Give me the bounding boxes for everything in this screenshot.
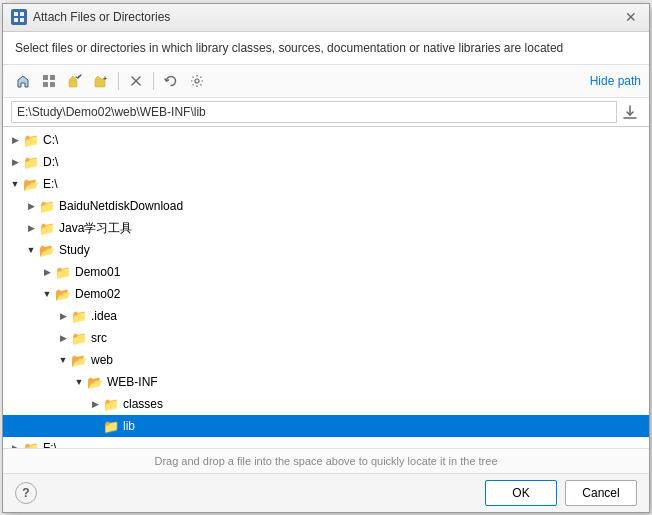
expand-webinf[interactable]: ▼ xyxy=(71,374,87,390)
home-button[interactable] xyxy=(11,69,35,93)
path-download-button[interactable] xyxy=(619,101,641,123)
path-input[interactable] xyxy=(11,101,617,123)
svg-rect-0 xyxy=(14,12,18,16)
svg-rect-5 xyxy=(50,75,55,80)
dialog: Attach Files or Directories ✕ Select fil… xyxy=(2,3,650,513)
tree-node-f[interactable]: ▶ 📁 F:\ xyxy=(3,437,649,447)
tree-node-classes[interactable]: ▶ 📁 classes xyxy=(3,393,649,415)
svg-rect-4 xyxy=(43,75,48,80)
tree-node-java[interactable]: ▶ 📁 Java学习工具 xyxy=(3,217,649,239)
tree-node-baidu[interactable]: ▶ 📁 BaiduNetdiskDownload xyxy=(3,195,649,217)
tree-node-demo01[interactable]: ▶ 📁 Demo01 xyxy=(3,261,649,283)
separator-1 xyxy=(118,72,119,90)
tree-node-e[interactable]: ▼ 📂 E:\ xyxy=(3,173,649,195)
svg-rect-6 xyxy=(43,82,48,87)
tree-node-webinf[interactable]: ▼ 📂 WEB-INF xyxy=(3,371,649,393)
svg-point-13 xyxy=(195,79,199,83)
expand-f[interactable]: ▶ xyxy=(7,440,23,447)
svg-rect-3 xyxy=(20,18,24,22)
dialog-title: Attach Files or Directories xyxy=(33,10,621,24)
bottom-buttons: OK Cancel xyxy=(485,480,637,506)
expand-d[interactable]: ▶ xyxy=(7,154,23,170)
separator-2 xyxy=(153,72,154,90)
expand-demo01[interactable]: ▶ xyxy=(39,264,55,280)
expand-java[interactable]: ▶ xyxy=(23,220,39,236)
expand-classes[interactable]: ▶ xyxy=(87,396,103,412)
tree-node-d[interactable]: ▶ 📁 D:\ xyxy=(3,151,649,173)
svg-rect-1 xyxy=(20,12,24,16)
app-icon xyxy=(11,9,27,25)
hide-path-link[interactable]: Hide path xyxy=(590,74,641,88)
expand-e[interactable]: ▼ xyxy=(7,176,23,192)
tree-node-web[interactable]: ▼ 📂 web xyxy=(3,349,649,371)
tree-node-study[interactable]: ▼ 📂 Study xyxy=(3,239,649,261)
refresh-button[interactable] xyxy=(159,69,183,93)
cancel-button[interactable]: Cancel xyxy=(565,480,637,506)
delete-button[interactable] xyxy=(124,69,148,93)
drag-drop-hint: Drag and drop a file into the space abov… xyxy=(3,448,649,473)
folder-up-button[interactable] xyxy=(63,69,87,93)
svg-rect-8 xyxy=(69,80,77,87)
ok-button[interactable]: OK xyxy=(485,480,557,506)
grid-button[interactable] xyxy=(37,69,61,93)
svg-rect-2 xyxy=(14,18,18,22)
tree-node-src[interactable]: ▶ 📁 src xyxy=(3,327,649,349)
tree-node-demo02[interactable]: ▼ 📂 Demo02 xyxy=(3,283,649,305)
tree-node-idea[interactable]: ▶ 📁 .idea xyxy=(3,305,649,327)
settings-button[interactable] xyxy=(185,69,209,93)
file-tree: ▶ 📁 C:\ ▶ 📁 D:\ ▼ 📂 E:\ ▶ 📁 BaiduNetdisk… xyxy=(3,127,649,447)
tree-node-lib[interactable]: 📁 lib xyxy=(3,415,649,437)
bottom-bar: ? OK Cancel xyxy=(3,473,649,512)
svg-text:+: + xyxy=(103,75,107,82)
help-button[interactable]: ? xyxy=(15,482,37,504)
svg-rect-7 xyxy=(50,82,55,87)
expand-study[interactable]: ▼ xyxy=(23,242,39,258)
description-text: Select files or directories in which lib… xyxy=(3,32,649,66)
folder-new-button[interactable]: + xyxy=(89,69,113,93)
expand-src[interactable]: ▶ xyxy=(55,330,71,346)
tree-node-c[interactable]: ▶ 📁 C:\ xyxy=(3,129,649,151)
expand-web[interactable]: ▼ xyxy=(55,352,71,368)
expand-c[interactable]: ▶ xyxy=(7,132,23,148)
expand-idea[interactable]: ▶ xyxy=(55,308,71,324)
path-bar xyxy=(3,98,649,127)
close-button[interactable]: ✕ xyxy=(621,7,641,27)
expand-baidu[interactable]: ▶ xyxy=(23,198,39,214)
title-bar: Attach Files or Directories ✕ xyxy=(3,4,649,32)
expand-demo02[interactable]: ▼ xyxy=(39,286,55,302)
toolbar: + Hide path xyxy=(3,65,649,98)
